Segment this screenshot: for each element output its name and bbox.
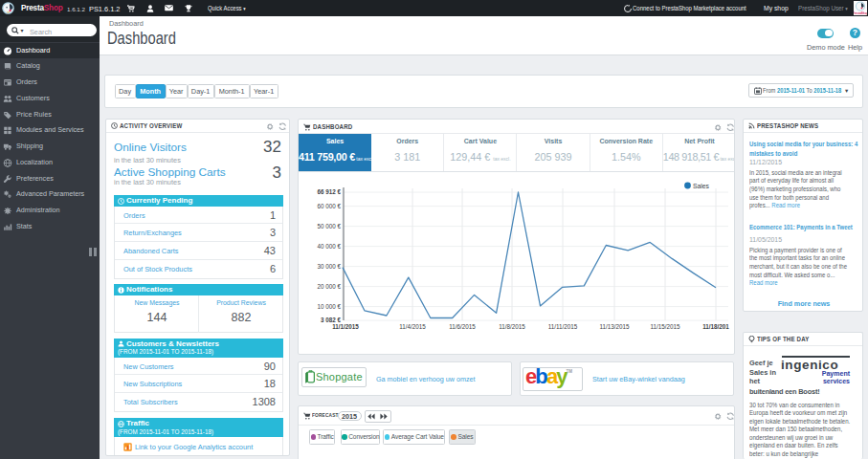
svg-text:11/6/2015: 11/6/2015 [449,322,476,329]
svg-text:Sales: Sales [693,182,710,188]
svg-text:40 000 €: 40 000 € [317,242,341,249]
svg-text:11/8/2015: 11/8/2015 [499,322,525,329]
svg-text:10 000 €: 10 000 € [317,302,341,309]
svg-text:11/1/2015: 11/1/2015 [332,322,359,329]
svg-text:11/4/2015: 11/4/2015 [399,322,426,329]
svg-text:11/18/201: 11/18/201 [702,322,729,329]
svg-text:11/15/2015: 11/15/2015 [650,322,680,329]
svg-text:60 000 €: 60 000 € [317,202,341,208]
svg-text:66 912 €: 66 912 € [317,188,341,195]
svg-text:50 000 €: 50 000 € [317,222,341,229]
svg-text:11/13/2015: 11/13/2015 [599,322,630,329]
svg-text:20 000 €: 20 000 € [317,282,341,289]
svg-text:PrestaShop: PrestaShop [854,11,867,15]
svg-text:11/11/2015: 11/11/2015 [548,322,578,329]
svg-text:30 000 €: 30 000 € [317,262,341,269]
